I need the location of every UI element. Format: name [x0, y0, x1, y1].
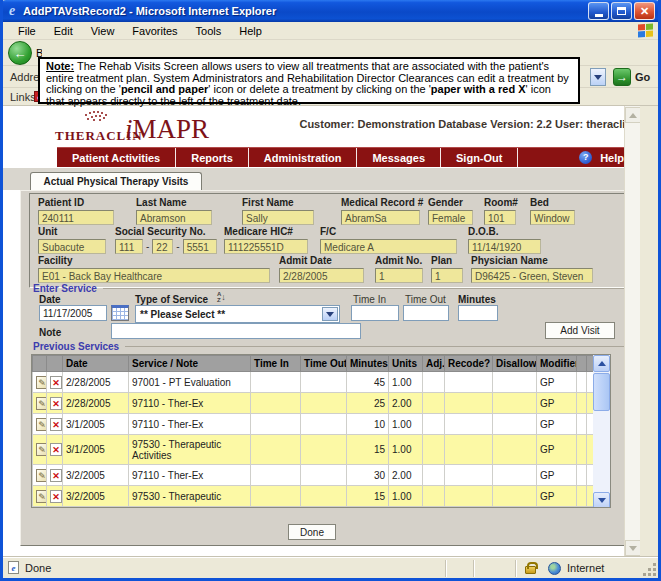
ssn-label: Social Security No. — [115, 226, 217, 237]
scroll-down-button[interactable] — [593, 492, 610, 508]
cell-service: 97110 - Ther-Ex — [129, 393, 251, 414]
go-arrow-icon: → — [616, 70, 628, 84]
resize-grip[interactable] — [653, 573, 656, 576]
table-scrollbar[interactable] — [593, 355, 610, 508]
menu-tools[interactable]: Tools — [187, 23, 231, 39]
minutes-input[interactable] — [458, 305, 498, 321]
header-time-in: Time In — [251, 356, 301, 372]
ssn-part3: 5551 — [183, 239, 217, 254]
close-button[interactable]: ✕ — [634, 2, 655, 20]
menu-favorites[interactable]: Favorites — [123, 23, 186, 39]
delete-icon[interactable]: ✕ — [50, 376, 62, 389]
header-delete-col — [47, 356, 63, 372]
field-medical-record: Medical Record # AbramSa — [341, 197, 423, 225]
delete-icon[interactable]: ✕ — [50, 443, 62, 456]
cell-adj — [423, 372, 445, 393]
time-out-input[interactable] — [403, 305, 449, 321]
date-input[interactable] — [39, 305, 107, 321]
header-recode: Recode? — [445, 356, 493, 372]
physician-value: D96425 - Green, Steven — [471, 268, 593, 283]
cell-time-in — [251, 435, 301, 465]
window-scrollbar[interactable] — [624, 106, 640, 557]
admit-no-label: Admit No. — [375, 255, 423, 266]
go-label[interactable]: Go — [635, 71, 650, 83]
delete-icon[interactable]: ✕ — [50, 418, 62, 431]
scrollbar-thumb[interactable] — [593, 373, 610, 411]
delete-icon[interactable]: ✕ — [50, 397, 62, 410]
field-last-name: Last Name Abramson — [136, 197, 212, 225]
cell-edit: ✎ — [33, 372, 47, 393]
field-fc: F/C Medicare A — [320, 226, 457, 254]
help-icon[interactable]: ? — [579, 151, 592, 164]
menu-view[interactable]: View — [82, 23, 124, 39]
cell-delete: ✕ — [47, 393, 63, 414]
nav-messages[interactable]: Messages — [357, 148, 441, 167]
nav-patient-activities[interactable]: Patient Activities — [57, 148, 176, 167]
address-dropdown-arrow[interactable] — [590, 68, 606, 86]
done-button[interactable]: Done — [288, 524, 336, 540]
fc-value: Medicare A — [320, 239, 457, 254]
menu-edit[interactable]: Edit — [45, 23, 82, 39]
back-button[interactable]: ← — [8, 41, 32, 65]
cell-time-in — [251, 465, 301, 486]
cell-minutes: 10 — [347, 414, 389, 435]
help-label[interactable]: Help — [600, 152, 624, 164]
nav-bar: Patient Activities Reports Administratio… — [57, 147, 638, 167]
calendar-icon[interactable] — [111, 305, 129, 321]
arrow-up-icon — [598, 361, 606, 366]
cell-disallow — [493, 435, 537, 465]
browser-window: e AddPTAVstRecord2 - Microsoft Internet … — [0, 0, 661, 581]
nav-reports[interactable]: Reports — [176, 148, 249, 167]
tab-actual-pt-visits[interactable]: Actual Physical Therapy Visits — [30, 172, 202, 191]
edit-icon[interactable]: ✎ — [36, 418, 47, 431]
edit-icon[interactable]: ✎ — [36, 490, 47, 503]
type-of-service-label: Type of Service — [135, 294, 208, 305]
plan-value: 1 — [431, 268, 463, 283]
cell-service: 97110 - Ther-Ex — [129, 414, 251, 435]
delete-icon[interactable]: ✕ — [50, 490, 62, 503]
maximize-button[interactable] — [611, 2, 632, 20]
arrow-up-icon — [629, 113, 637, 118]
field-dob: D.O.B. 11/14/1920 — [468, 226, 541, 254]
delete-icon[interactable]: ✕ — [50, 469, 62, 482]
menu-file[interactable]: File — [9, 23, 45, 39]
cell-adj — [423, 393, 445, 414]
scroll-up-button[interactable] — [625, 107, 640, 123]
scroll-up-button[interactable] — [593, 355, 610, 372]
edit-icon[interactable]: ✎ — [36, 443, 47, 456]
select-dropdown-arrow[interactable] — [322, 307, 338, 321]
sort-arrow: ↓ — [221, 293, 226, 302]
back-arrow-icon: ← — [14, 46, 27, 61]
cell-extra — [577, 435, 587, 465]
cell-adj — [423, 486, 445, 507]
note-callout: Note: The Rehab Visits Screen allows use… — [38, 57, 580, 104]
maximize-icon — [617, 7, 626, 15]
cell-recode — [445, 465, 493, 486]
cell-service: 97110 - Ther-Ex — [129, 465, 251, 486]
nav-administration[interactable]: Administration — [249, 148, 358, 167]
go-button[interactable]: → — [613, 68, 631, 86]
cell-disallow — [493, 372, 537, 393]
nav-sign-out[interactable]: Sign-Out — [441, 148, 518, 167]
edit-icon[interactable]: ✎ — [36, 376, 47, 389]
menu-help[interactable]: Help — [230, 23, 271, 39]
edit-icon[interactable]: ✎ — [36, 397, 47, 410]
header-edit-col — [33, 356, 47, 372]
note-input[interactable] — [111, 323, 361, 339]
cell-date: 3/1/2005 — [63, 435, 129, 465]
arrow-down-icon — [629, 546, 637, 551]
scroll-down-button[interactable] — [625, 540, 640, 556]
add-visit-button[interactable]: Add Visit — [545, 322, 615, 339]
minimize-button[interactable] — [588, 2, 609, 20]
links-label: Links — [10, 91, 36, 103]
time-in-input[interactable] — [351, 305, 399, 321]
field-first-name: First Name Sally — [242, 197, 314, 225]
edit-icon[interactable]: ✎ — [36, 469, 47, 482]
minimize-icon — [595, 14, 603, 17]
type-of-service-select[interactable]: ** Please Select ** — [135, 305, 340, 323]
status-divider — [445, 560, 446, 577]
main-panel: Patient ID 240111 Last Name Abramson Fir… — [20, 190, 637, 546]
arrow-down-icon — [598, 498, 606, 503]
type-of-service-value: ** Please Select ** — [140, 309, 225, 320]
az-sort-icon[interactable]: AZ ↓ — [217, 291, 226, 303]
